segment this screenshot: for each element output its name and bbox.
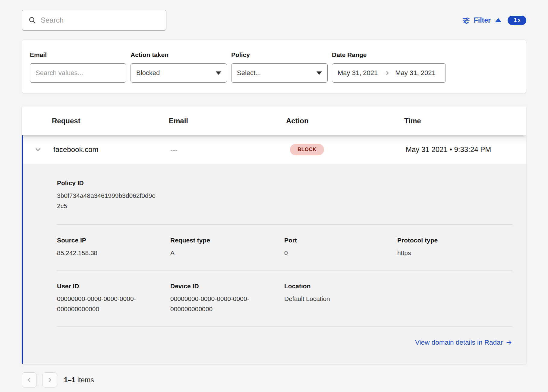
policy-id-value: 3b0f734a48a3461999b3d062f0d9e2c5 — [57, 191, 156, 211]
top-bar: Filter 1 x — [22, 10, 526, 31]
source-ip-value: 85.242.158.38 — [57, 248, 170, 258]
search-box[interactable] — [22, 10, 166, 31]
filter-group-policy: Policy Select... — [231, 51, 328, 83]
port-value: 0 — [284, 248, 397, 258]
filter-group-action: Action taken Blocked — [131, 51, 227, 83]
daterange-filter-field[interactable]: May 31, 2021 May 31, 2021 — [332, 63, 446, 83]
row-time-value: May 31 2021 • 9:33:24 PM — [406, 145, 526, 154]
details-footer: View domain details in Radar — [57, 327, 512, 364]
block-status-badge: BLOCK — [290, 144, 324, 155]
pagination-items-label: items — [77, 376, 94, 384]
policy-filter-value: Select... — [237, 69, 261, 77]
device-id-label: Device ID — [170, 283, 284, 290]
pagination-range: 1–1 — [64, 376, 75, 384]
filter-toggle[interactable]: Filter 1 x — [462, 16, 526, 25]
chevron-down-icon — [216, 71, 221, 75]
previous-page-button[interactable] — [22, 372, 37, 387]
arrow-right-icon — [506, 339, 512, 346]
daterange-filter-label: Date Range — [332, 51, 446, 59]
location-label: Location — [284, 283, 397, 290]
filter-label: Filter — [474, 16, 491, 24]
gateway-logs-page: Filter 1 x Email Action taken Blocked Po… — [0, 0, 548, 392]
table-header-row: Request Email Action Time — [22, 106, 526, 135]
protocol-type-value: https — [397, 248, 512, 258]
detail-location: Location Default Location — [284, 283, 397, 314]
table-row[interactable]: facebook.com --- BLOCK May 31 2021 • 9:3… — [23, 135, 526, 164]
row-request-value: facebook.com — [53, 145, 170, 154]
daterange-end: May 31, 2021 — [395, 69, 435, 77]
email-filter-field[interactable] — [30, 63, 126, 83]
policy-id-label: Policy ID — [57, 179, 512, 187]
details-section-identity: User ID 00000000-0000-0000-0000-00000000… — [57, 270, 512, 327]
chevron-left-icon — [26, 377, 33, 383]
pagination-summary: 1–1 items — [64, 376, 94, 384]
detail-source-ip: Source IP 85.242.158.38 — [57, 237, 170, 258]
request-type-label: Request type — [170, 237, 284, 244]
column-header-request: Request — [52, 117, 169, 125]
log-row-expanded: facebook.com --- BLOCK May 31 2021 • 9:3… — [22, 135, 526, 364]
column-header-action: Action — [286, 117, 404, 125]
location-value: Default Location — [284, 294, 397, 304]
pagination-bar: 1–1 items — [22, 372, 526, 387]
action-filter-select[interactable]: Blocked — [131, 63, 227, 83]
chevron-down-icon — [34, 146, 42, 153]
row-expander-button[interactable] — [23, 146, 53, 153]
detail-user-id: User ID 00000000-0000-0000-0000-00000000… — [57, 283, 170, 314]
action-filter-value: Blocked — [136, 69, 160, 77]
filter-count-badge[interactable]: 1 x — [508, 16, 526, 25]
detail-request-type: Request type A — [170, 237, 284, 258]
radar-link-label: View domain details in Radar — [415, 339, 503, 346]
detail-port: Port 0 — [284, 237, 397, 258]
chevron-down-icon — [317, 71, 322, 75]
email-filter-label: Email — [30, 51, 126, 59]
row-email-value: --- — [170, 145, 288, 154]
search-input[interactable] — [41, 16, 160, 24]
detail-empty-cell — [397, 283, 512, 314]
request-type-value: A — [170, 248, 284, 258]
chevron-up-icon — [495, 18, 502, 22]
details-section-policy: Policy ID 3b0f734a48a3461999b3d062f0d9e2… — [57, 164, 512, 225]
row-details-panel: Policy ID 3b0f734a48a3461999b3d062f0d9e2… — [23, 164, 526, 364]
chevron-right-icon — [46, 377, 53, 383]
search-icon — [28, 16, 36, 24]
radar-details-link[interactable]: View domain details in Radar — [415, 339, 512, 346]
arrow-right-icon — [383, 70, 390, 76]
source-ip-label: Source IP — [57, 237, 170, 244]
detail-protocol-type: Protocol type https — [397, 237, 512, 258]
port-label: Port — [284, 237, 397, 244]
filter-sliders-icon — [462, 16, 470, 24]
filter-group-email: Email — [30, 51, 126, 83]
filter-group-daterange: Date Range May 31, 2021 May 31, 2021 — [332, 51, 446, 83]
user-id-label: User ID — [57, 283, 170, 290]
next-page-button[interactable] — [42, 372, 57, 387]
column-header-time: Time — [404, 117, 526, 125]
email-filter-input[interactable] — [36, 69, 121, 77]
action-filter-label: Action taken — [131, 51, 227, 59]
logs-table: Request Email Action Time facebook.com -… — [22, 106, 526, 364]
daterange-start: May 31, 2021 — [338, 69, 378, 77]
filter-panel: Email Action taken Blocked Policy Select… — [22, 39, 526, 94]
user-id-value: 00000000-0000-0000-0000-000000000000 — [57, 294, 153, 314]
filter-count-times: x — [518, 18, 520, 23]
details-section-network: Source IP 85.242.158.38 Request type A P… — [57, 225, 512, 270]
column-header-email: Email — [169, 117, 286, 125]
policy-filter-select[interactable]: Select... — [231, 63, 328, 83]
policy-filter-label: Policy — [231, 51, 328, 59]
row-action-cell: BLOCK — [288, 144, 406, 155]
filter-count: 1 — [514, 17, 517, 24]
protocol-type-label: Protocol type — [397, 237, 512, 244]
device-id-value: 00000000-0000-0000-0000-000000000000 — [170, 294, 267, 314]
detail-device-id: Device ID 00000000-0000-0000-0000-000000… — [170, 283, 284, 314]
